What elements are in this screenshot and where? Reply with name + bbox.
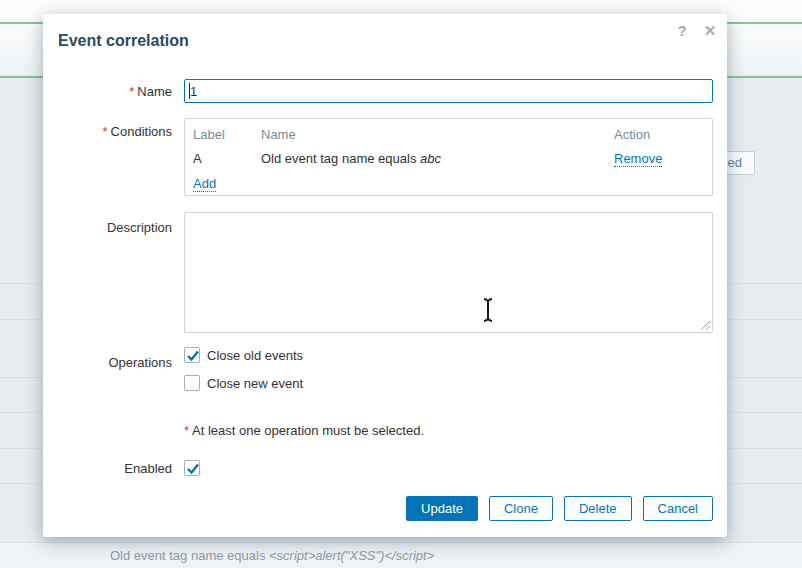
name-label: *Name bbox=[43, 84, 172, 99]
description-textarea[interactable] bbox=[184, 212, 713, 333]
name-label-text: Name bbox=[137, 84, 172, 99]
close-new-event-checkbox[interactable] bbox=[184, 375, 200, 391]
conditions-label: *Conditions bbox=[43, 124, 172, 139]
add-condition-link[interactable]: Add bbox=[193, 176, 216, 192]
help-icon[interactable]: ? bbox=[673, 22, 691, 40]
clone-button[interactable]: Clone bbox=[489, 496, 553, 521]
condition-row-label: A bbox=[193, 151, 202, 166]
text-caret bbox=[189, 83, 190, 99]
enabled-checkbox[interactable] bbox=[184, 460, 200, 476]
conditions-header-label: Label bbox=[193, 127, 225, 142]
check-icon bbox=[186, 350, 200, 362]
operations-note-text: At least one operation must be selected. bbox=[192, 423, 424, 438]
conditions-label-text: Conditions bbox=[111, 124, 172, 139]
condition-text-prefix: Old event tag name equals bbox=[261, 151, 420, 166]
conditions-header-name: Name bbox=[261, 127, 296, 142]
operations-note: *At least one operation must be selected… bbox=[184, 423, 424, 438]
background-condition-text-prefix: Old event tag name equals bbox=[110, 548, 269, 563]
required-asterisk: * bbox=[103, 124, 108, 139]
background-condition-text: Old event tag name equals <script>alert(… bbox=[110, 548, 434, 563]
conditions-table: Label Name Action A Old event tag name e… bbox=[184, 118, 713, 196]
name-input[interactable] bbox=[184, 79, 713, 103]
close-old-events-checkbox[interactable] bbox=[184, 347, 200, 363]
remove-condition-link[interactable]: Remove bbox=[614, 151, 662, 167]
operations-label: Operations bbox=[43, 355, 172, 370]
close-icon[interactable]: ✕ bbox=[700, 21, 720, 41]
dialog-title: Event correlation bbox=[58, 32, 189, 50]
dialog-footer: Update Clone Delete Cancel bbox=[43, 496, 713, 521]
delete-button[interactable]: Delete bbox=[564, 496, 632, 521]
condition-row-name: Old event tag name equals abc bbox=[261, 151, 441, 166]
close-new-event-label: Close new event bbox=[207, 376, 303, 391]
event-correlation-dialog: Event correlation ? ✕ *Name *Conditions … bbox=[43, 14, 727, 537]
description-label: Description bbox=[43, 220, 172, 235]
close-old-events-label: Close old events bbox=[207, 348, 303, 363]
conditions-header-action: Action bbox=[614, 127, 650, 142]
required-asterisk: * bbox=[129, 84, 134, 99]
required-asterisk: * bbox=[184, 423, 189, 438]
page: ed Old event tag name equals <script>ale… bbox=[0, 0, 802, 568]
background-condition-text-code: <script>alert("XSS")</script> bbox=[269, 548, 434, 563]
update-button[interactable]: Update bbox=[406, 496, 478, 521]
condition-text-value: abc bbox=[420, 151, 441, 166]
cancel-button[interactable]: Cancel bbox=[643, 496, 713, 521]
enabled-label: Enabled bbox=[43, 461, 172, 476]
check-icon bbox=[186, 463, 200, 475]
